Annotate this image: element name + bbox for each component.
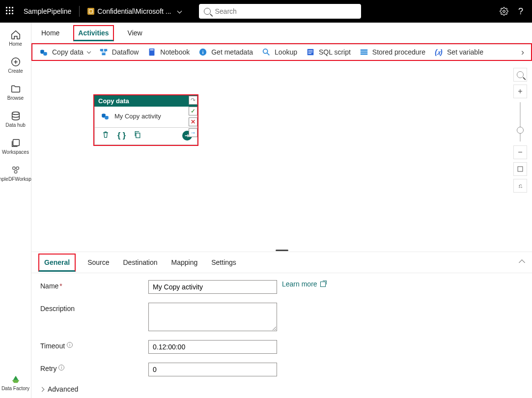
- timeout-input[interactable]: [148, 340, 277, 354]
- nav-workspaces[interactable]: Workspaces: [0, 135, 31, 158]
- ribbon-label: SQL script: [319, 48, 351, 56]
- nav-label: Home: [9, 41, 22, 47]
- ribbon-get-metadata[interactable]: i Get metadata: [198, 48, 253, 57]
- zoom-in-button[interactable]: +: [513, 85, 527, 98]
- learn-more-link[interactable]: Learn more: [282, 280, 326, 288]
- ribbon-set-variable[interactable]: (𝑥) Set variable: [434, 48, 483, 57]
- activity-card-header: Copy data: [94, 95, 197, 107]
- prop-tab-source[interactable]: Source: [85, 254, 111, 271]
- code-icon[interactable]: { }: [117, 131, 126, 140]
- nav-data-factory[interactable]: Data Factory: [0, 371, 31, 394]
- properties-tabs: General Source Destination Mapping Setti…: [31, 252, 532, 273]
- retry-input[interactable]: [148, 363, 277, 376]
- search-box[interactable]: [199, 4, 361, 19]
- nav-label: Create: [8, 68, 23, 74]
- prop-tab-general[interactable]: General: [38, 254, 76, 272]
- reset-layout-button[interactable]: ⎌: [513, 179, 527, 193]
- ribbon-lookup[interactable]: Lookup: [262, 48, 297, 57]
- canvas-tools: + − ⎌: [513, 68, 527, 193]
- stack-icon: [10, 138, 21, 148]
- ribbon-label: Dataflow: [112, 48, 139, 56]
- activity-failure-handle[interactable]: ✕: [189, 117, 197, 126]
- nav-label: Data Factory: [1, 386, 29, 391]
- activities-ribbon: Copy data Dataflow Notebook i Get metada…: [31, 43, 532, 61]
- tab-view[interactable]: View: [127, 24, 143, 42]
- activity-card-copy-data[interactable]: Copy data My Copy activity ↷ ✓ ✕ → { } ➔: [93, 94, 198, 146]
- sproc-icon: [360, 48, 368, 57]
- prop-tab-mapping[interactable]: Mapping: [169, 254, 200, 271]
- variable-icon: (𝑥): [434, 48, 443, 57]
- chevron-down-icon: [87, 50, 91, 54]
- ribbon-notebook[interactable]: Notebook: [147, 48, 190, 57]
- svg-point-6: [14, 171, 17, 173]
- copy-icon[interactable]: [134, 131, 141, 141]
- activity-side-controls: ↷ ✓ ✕ →: [189, 96, 197, 137]
- activity-completion-handle[interactable]: →: [189, 128, 197, 137]
- chevron-right-icon: [40, 387, 45, 392]
- name-label: Name*: [40, 280, 148, 290]
- sensitivity-dropdown[interactable]: Confidential\Microsoft ...: [87, 7, 183, 15]
- description-input[interactable]: [148, 303, 277, 331]
- prop-tab-settings[interactable]: Settings: [209, 254, 238, 271]
- collapse-panel-button[interactable]: [519, 259, 525, 266]
- pipeline-canvas[interactable]: Copy data My Copy activity ↷ ✓ ✕ → { } ➔: [31, 61, 532, 249]
- info-icon[interactable]: i: [58, 365, 64, 370]
- dataflow-icon: [99, 48, 108, 57]
- name-input[interactable]: [148, 280, 277, 294]
- prop-tab-destination[interactable]: Destination: [121, 254, 160, 271]
- help-button[interactable]: ?: [515, 6, 526, 17]
- search-input[interactable]: [215, 7, 356, 15]
- settings-button[interactable]: [499, 6, 509, 17]
- activity-success-handle[interactable]: ✓: [189, 107, 197, 115]
- canvas-search-button[interactable]: [513, 68, 527, 82]
- nav-sample-workspace[interactable]: SampleDFWorkspace: [0, 162, 31, 185]
- sensitivity-label-text: Confidential\Microsoft ...: [97, 7, 171, 15]
- timeout-label: Timeouti: [40, 340, 148, 350]
- copy-data-icon: [39, 48, 48, 57]
- nav-label: Data hub: [5, 122, 26, 128]
- zoom-slider[interactable]: [520, 102, 521, 142]
- ribbon-overflow-button[interactable]: ›: [521, 47, 524, 57]
- plus-circle-icon: [10, 57, 21, 67]
- nav-browse[interactable]: Browse: [0, 81, 31, 104]
- advanced-toggle[interactable]: Advanced: [40, 385, 523, 393]
- ribbon-stored-procedure[interactable]: Stored procedure: [360, 48, 425, 57]
- divider: [79, 6, 80, 17]
- info-icon[interactable]: i: [67, 342, 73, 348]
- ribbon-label: Lookup: [275, 48, 297, 56]
- svg-point-5: [16, 167, 18, 170]
- tab-activities[interactable]: Activities: [73, 25, 113, 41]
- activity-card-title: My Copy activity: [114, 113, 161, 120]
- nav-home[interactable]: Home: [0, 27, 31, 50]
- ribbon-dataflow[interactable]: Dataflow: [99, 48, 139, 57]
- activity-skip-handle[interactable]: ↷: [189, 96, 197, 105]
- ribbon-copy-data[interactable]: Copy data: [39, 48, 90, 57]
- ribbon-label: Copy data: [52, 48, 84, 56]
- svg-rect-24: [518, 167, 523, 171]
- nav-label: Browse: [7, 95, 24, 101]
- tab-home[interactable]: Home: [40, 24, 60, 42]
- page-tabs: Home Activities View: [31, 23, 532, 43]
- activity-card-body: My Copy activity ↷ ✓ ✕ →: [94, 107, 197, 128]
- delete-icon[interactable]: [102, 131, 110, 141]
- database-icon: [10, 111, 21, 121]
- svg-rect-20: [361, 54, 367, 55]
- sensitivity-badge-icon: [87, 8, 94, 15]
- main-area: Home Activities View Copy data Dataflow …: [31, 23, 532, 398]
- nav-create[interactable]: Create: [0, 54, 31, 77]
- home-icon: [10, 29, 21, 40]
- zoom-out-button[interactable]: −: [513, 145, 527, 159]
- svg-rect-23: [136, 133, 140, 138]
- copy-data-icon: [101, 112, 110, 120]
- lookup-icon: [262, 48, 271, 57]
- nav-label: Workspaces: [2, 149, 29, 155]
- ribbon-label: Notebook: [160, 48, 190, 56]
- app-launcher-icon[interactable]: [6, 7, 15, 16]
- svg-rect-10: [104, 49, 107, 52]
- top-bar: SamplePipeline Confidential\Microsoft ..…: [0, 0, 532, 23]
- ribbon-sql-script[interactable]: SQL script: [306, 48, 351, 57]
- svg-text:i: i: [202, 50, 204, 55]
- nav-datahub[interactable]: Data hub: [0, 108, 31, 131]
- folder-icon: [10, 84, 21, 94]
- fit-to-screen-button[interactable]: [513, 162, 527, 176]
